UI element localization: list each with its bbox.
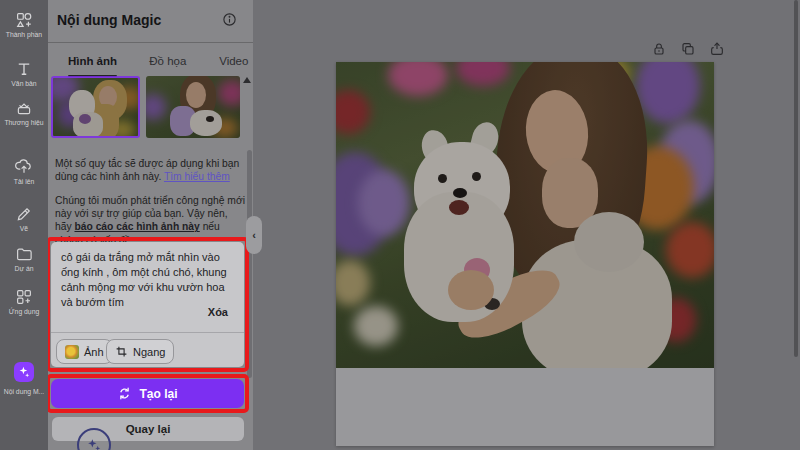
tab-graphics[interactable]: Đồ họa <box>145 52 191 74</box>
sidebar-item-uploads[interactable]: Tải lên <box>0 158 48 186</box>
panel-title: Nội dung Magic <box>57 12 161 28</box>
media-type-label: Ảnh <box>84 346 104 358</box>
apps-icon <box>15 288 33 306</box>
projects-icon <box>15 245 33 263</box>
panel-header: Nội dung Magic <box>57 11 247 33</box>
lock-icon <box>651 41 667 57</box>
sidebar-item-label: Tải lên <box>0 178 48 186</box>
panel-divider <box>48 42 253 43</box>
export-icon <box>709 41 725 57</box>
upload-icon <box>15 158 33 176</box>
tab-images[interactable]: Hình ảnh <box>66 52 119 74</box>
sidebar-item-magic-media[interactable]: Nội dung M... <box>0 362 48 396</box>
back-label: Quay lại <box>126 423 171 435</box>
regenerate-button[interactable]: Tạo lại <box>51 379 244 408</box>
regenerate-label: Tạo lại <box>139 387 177 401</box>
sidebar-item-label: Thành phần <box>0 31 48 39</box>
page-controls <box>651 41 725 57</box>
design-page[interactable] <box>336 62 714 446</box>
sidebar-item-label: Ứng dụng <box>0 308 48 316</box>
report-images-link[interactable]: báo cáo các hình ảnh này <box>74 221 199 232</box>
info-icon <box>222 12 237 27</box>
orientation-chip[interactable]: Ngang <box>106 339 174 364</box>
chevron-left-icon: ‹ <box>252 229 256 241</box>
sidebar-item-label: Thương hiệu <box>0 119 48 127</box>
duplicate-page-button[interactable] <box>680 41 696 57</box>
canvas-workspace <box>253 0 800 450</box>
orientation-label: Ngang <box>133 346 165 358</box>
prompt-card: cô gái da trắng mở mắt nhìn vào ống kính… <box>51 242 244 367</box>
card-divider <box>51 332 244 333</box>
panel-collapse-handle[interactable]: ‹ <box>246 216 262 254</box>
image-dim-overlay <box>336 62 714 368</box>
rules-notice: Một số quy tắc sẽ được áp dụng khi bạn d… <box>55 157 247 183</box>
elements-icon <box>15 11 33 29</box>
sidebar-item-label: Văn bản <box>0 80 48 88</box>
generated-image[interactable] <box>336 62 714 368</box>
sidebar-item-brand[interactable]: Thương hiệu <box>0 99 48 127</box>
media-type-chip[interactable]: Ảnh <box>56 339 113 364</box>
sidebar-item-label: Vẽ <box>0 225 48 233</box>
photo-thumbnail-icon <box>65 345 79 359</box>
annotation-box-generate: Tạo lại <box>46 374 249 413</box>
sidebar-item-projects[interactable]: Dự án <box>0 245 48 273</box>
window-scrollbar[interactable] <box>794 0 798 357</box>
sidebar-item-draw[interactable]: Vẽ <box>0 205 48 233</box>
export-button[interactable] <box>709 41 725 57</box>
result-thumbnail[interactable] <box>146 76 240 138</box>
tab-video[interactable]: Video <box>215 52 253 74</box>
side-rail: Thành phần Văn bản Thương hiệu Tải lên <box>0 0 48 450</box>
sidebar-item-label: Nội dung M... <box>0 388 48 396</box>
duplicate-icon <box>680 41 696 57</box>
magic-media-icon <box>14 362 34 382</box>
sidebar-item-apps[interactable]: Ứng dụng <box>0 288 48 316</box>
result-thumbnail-selected[interactable] <box>51 76 140 138</box>
learn-more-link[interactable]: Tìm hiểu thêm <box>164 171 230 182</box>
sidebar-item-text[interactable]: Văn bản <box>0 60 48 88</box>
draw-icon <box>15 205 33 223</box>
info-button[interactable] <box>222 12 237 27</box>
sparkles-icon <box>84 435 104 450</box>
crop-landscape-icon <box>115 345 128 358</box>
refresh-icon <box>117 386 132 401</box>
panel-tabs: Hình ảnh Đồ họa Video <box>48 52 253 74</box>
annotation-box-prompt: cô gái da trắng mở mắt nhìn vào ống kính… <box>46 237 249 372</box>
sidebar-item-elements[interactable]: Thành phần <box>0 11 48 39</box>
text-icon <box>15 60 33 78</box>
lock-button[interactable] <box>651 41 667 57</box>
scroll-up-arrow[interactable] <box>243 77 251 83</box>
clear-prompt-button[interactable]: Xóa <box>208 306 228 318</box>
sidebar-item-label: Dự án <box>0 265 48 273</box>
brand-icon <box>15 99 33 117</box>
magic-media-panel: Nội dung Magic Hình ảnh Đồ họa Video <box>48 0 253 450</box>
prompt-input[interactable]: cô gái da trắng mở mắt nhìn vào ống kính… <box>61 250 233 310</box>
app-screen: Thành phần Văn bản Thương hiệu Tải lên <box>0 0 800 450</box>
